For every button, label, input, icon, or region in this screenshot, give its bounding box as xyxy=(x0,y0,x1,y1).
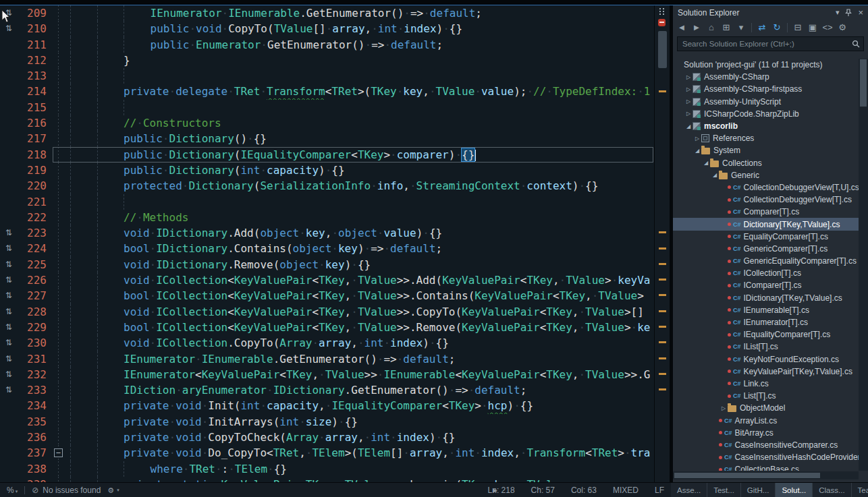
code-line[interactable]: 212} xyxy=(0,53,655,68)
references-gutter-icon[interactable]: ⇅ xyxy=(0,382,18,398)
back-icon[interactable]: ◄ xyxy=(676,21,688,34)
line-number[interactable]: 215 xyxy=(18,100,53,115)
line-number[interactable]: 234 xyxy=(18,398,53,413)
tree-item[interactable]: C#IComparer[T].cs xyxy=(673,279,859,291)
line-number[interactable]: 232 xyxy=(18,367,53,382)
scrollbar-thumb[interactable] xyxy=(658,31,667,68)
code-line[interactable]: 222//·Methods xyxy=(0,210,655,225)
window-options-icon[interactable]: ▾ xyxy=(836,8,840,17)
fold-collapse-icon[interactable]: − xyxy=(54,448,63,457)
expander-collapsed-icon[interactable]: ▷ xyxy=(693,136,701,142)
code-line[interactable]: 238where·TRet·:·TElem·{} xyxy=(0,461,655,477)
code-cleanup-button[interactable]: ⚙ ▾ xyxy=(107,486,119,495)
scrollbar-thumb[interactable] xyxy=(860,59,867,107)
expander-collapsed-icon[interactable]: ▷ xyxy=(684,98,693,105)
editor-scrollbar[interactable] xyxy=(654,5,670,482)
tree-item[interactable]: C#BitArray.cs xyxy=(673,427,859,439)
expander-expanded-icon[interactable]: ◢ xyxy=(702,160,710,166)
line-number[interactable]: 211 xyxy=(18,37,53,53)
tree-item[interactable]: C#IDictionary[TKey,TValue].cs xyxy=(673,292,859,304)
line-number[interactable]: 224 xyxy=(18,241,53,256)
char-indicator[interactable]: Ch: 57 xyxy=(531,486,555,495)
tree-item[interactable]: C#CaseInsensitiveComparer.cs xyxy=(673,439,859,451)
tree-item[interactable]: C#KeyValuePair[TKey,TValue].cs xyxy=(673,366,859,378)
expander-collapsed-icon[interactable]: ▷ xyxy=(684,111,693,117)
tree-item[interactable]: C#CollectionDebuggerView[T,U].cs xyxy=(673,181,859,194)
code-area[interactable]: ⇅209IEnumerator·IEnumerable.GetEnumerato… xyxy=(0,5,655,482)
tree-item[interactable]: C#KeyNotFoundException.cs xyxy=(673,353,859,366)
references-gutter-icon[interactable]: ⇅ xyxy=(0,351,18,367)
forward-icon[interactable]: ► xyxy=(690,21,703,34)
line-number[interactable]: 225 xyxy=(18,257,53,272)
search-input[interactable] xyxy=(681,39,852,49)
scrollbar-thumb[interactable] xyxy=(674,473,820,478)
code-line[interactable]: 213 xyxy=(0,68,655,84)
line-number[interactable]: 220 xyxy=(18,178,53,194)
tree-item[interactable]: C#List[T].cs xyxy=(673,390,859,402)
code-line[interactable]: 237−private·void·Do_CopyTo<TRet,·TElem>(… xyxy=(0,445,655,461)
line-number[interactable]: 222 xyxy=(18,210,53,225)
line-number[interactable]: 209 xyxy=(18,5,53,21)
tree-item[interactable]: C#GenericComparer[T].cs xyxy=(673,243,859,255)
tree-item[interactable]: C#IEnumerable[T].cs xyxy=(673,304,859,316)
tree-item[interactable]: C#Dictionary[TKey,TValue].cs xyxy=(673,218,859,230)
code-line[interactable]: ⇅232IEnumerator<KeyValuePair<TKey,·TValu… xyxy=(0,367,655,382)
tree-item[interactable]: ◢Generic xyxy=(673,169,859,181)
expander-collapsed-icon[interactable]: ▷ xyxy=(720,405,728,411)
tree-item[interactable]: C#CollectionBase.cs xyxy=(673,463,859,471)
tree-item[interactable]: C#Link.cs xyxy=(673,378,859,390)
code-line[interactable]: 214private·delegate·TRet·Transform<TRet>… xyxy=(0,84,655,99)
pin-icon[interactable] xyxy=(845,9,852,17)
tree-item[interactable]: ▷References xyxy=(673,132,859,144)
expander-collapsed-icon[interactable]: ▷ xyxy=(684,86,693,92)
encoding-indicator[interactable]: MIXED xyxy=(613,486,639,495)
tree-item[interactable]: C#Comparer[T].cs xyxy=(673,206,859,218)
close-icon[interactable]: × xyxy=(858,7,863,18)
panel-scrollbar-vertical[interactable] xyxy=(859,59,868,471)
panel-scrollbar-horizontal[interactable] xyxy=(673,471,859,479)
zoom-control[interactable]: %▾ xyxy=(7,486,18,495)
code-line[interactable]: 236private·void·CopyToCheck(Array·array,… xyxy=(0,430,655,445)
line-number[interactable]: 233 xyxy=(18,382,53,398)
column-indicator[interactable]: Col: 63 xyxy=(571,486,597,495)
tree-item[interactable]: Solution 'project-gui' (11 of 11 project… xyxy=(673,59,859,71)
line-number[interactable]: 223 xyxy=(18,225,53,241)
tool-window-tab[interactable]: Solut... xyxy=(776,483,813,497)
collapse-all-icon[interactable]: ⊟ xyxy=(792,21,804,34)
tree-item[interactable]: ▷ObjectModel xyxy=(673,402,859,414)
references-gutter-icon[interactable]: ⇅ xyxy=(0,335,18,351)
line-number[interactable]: 228 xyxy=(18,304,53,320)
tree-item[interactable]: ◢System xyxy=(673,144,859,156)
line-number[interactable]: 236 xyxy=(18,430,53,445)
tree-item[interactable]: C#CaseInsensitiveHashCodeProvider.cs xyxy=(673,451,859,463)
line-indicator[interactable]: Ln: 218 xyxy=(488,486,515,495)
tree-item[interactable]: ◢Collections xyxy=(673,157,859,169)
line-number[interactable]: 237 xyxy=(18,445,53,461)
code-line[interactable]: ⇅231IEnumerator·IEnumerable.GetEnumerato… xyxy=(0,351,655,367)
code-line[interactable]: 215 xyxy=(0,100,655,115)
references-gutter-icon[interactable]: ⇅ xyxy=(0,225,18,241)
references-gutter-icon[interactable]: ⇅ xyxy=(0,288,18,303)
tree-item[interactable]: C#GenericEqualityComparer[T].cs xyxy=(673,255,859,267)
code-editor[interactable]: ⇅209IEnumerator·IEnumerable.GetEnumerato… xyxy=(0,5,670,482)
code-line[interactable]: 219public·Dictionary(int·capacity)·{} xyxy=(0,163,655,178)
line-number[interactable]: 217 xyxy=(18,131,53,146)
tree-item[interactable]: C#EqualityComparer[T].cs xyxy=(673,231,859,243)
line-number[interactable]: 238 xyxy=(18,461,53,477)
eol-indicator[interactable]: LF xyxy=(655,486,664,495)
sync-with-active-document-icon[interactable]: ⇄ xyxy=(756,21,768,34)
references-gutter-icon[interactable]: ⇅ xyxy=(0,367,18,382)
code-line[interactable]: 234private·void·Init(int·capacity,·IEqua… xyxy=(0,398,655,413)
tool-window-tab[interactable]: Test... xyxy=(707,483,741,497)
view-picker-caret-icon[interactable]: ▾ xyxy=(735,21,747,34)
scroll-right-icon[interactable]: ▶ xyxy=(493,487,497,494)
expander-expanded-icon[interactable]: ◢ xyxy=(693,148,701,154)
line-number[interactable]: 231 xyxy=(18,351,53,367)
show-all-files-icon[interactable]: ▣ xyxy=(807,21,819,34)
issues-indicator[interactable]: ⊘ No issues found xyxy=(32,486,101,495)
tree-item[interactable]: ▷Assembly-CSharp xyxy=(673,71,859,83)
tree-item[interactable]: ▷Assembly-CSharp-firstpass xyxy=(673,83,859,95)
line-number[interactable]: 226 xyxy=(18,272,53,288)
solution-search[interactable] xyxy=(677,36,864,51)
references-gutter-icon[interactable]: ⇅ xyxy=(0,241,18,256)
